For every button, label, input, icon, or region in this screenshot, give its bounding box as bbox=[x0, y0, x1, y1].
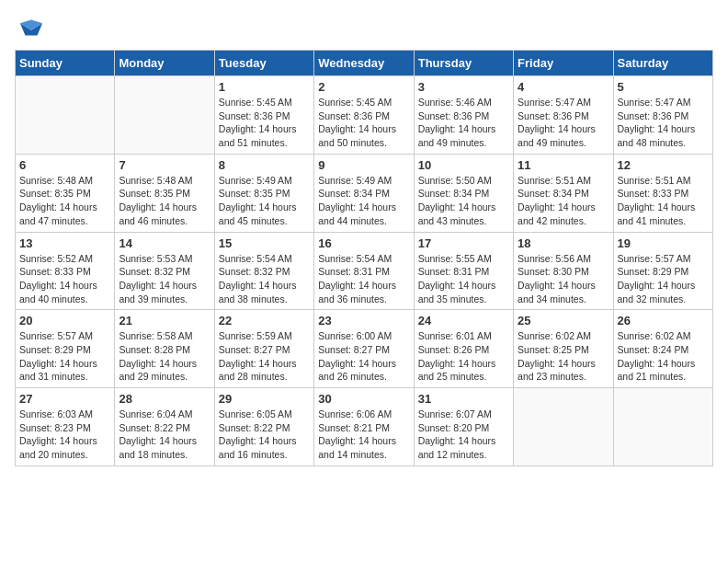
calendar-cell: 16Sunrise: 5:54 AM Sunset: 8:31 PM Dayli… bbox=[314, 232, 414, 310]
day-number: 21 bbox=[119, 314, 210, 327]
day-number: 22 bbox=[219, 314, 310, 327]
calendar-week-row: 1Sunrise: 5:45 AM Sunset: 8:36 PM Daylig… bbox=[16, 76, 713, 155]
calendar-cell bbox=[16, 76, 115, 155]
weekday-header: Monday bbox=[115, 51, 214, 76]
weekday-header: Saturday bbox=[613, 51, 712, 76]
day-number: 26 bbox=[618, 314, 709, 327]
calendar-cell: 7Sunrise: 5:48 AM Sunset: 8:35 PM Daylig… bbox=[115, 154, 214, 232]
day-info: Sunrise: 5:54 AM Sunset: 8:32 PM Dayligh… bbox=[219, 252, 310, 306]
calendar-cell: 14Sunrise: 5:53 AM Sunset: 8:32 PM Dayli… bbox=[115, 232, 214, 310]
day-info: Sunrise: 6:01 AM Sunset: 8:26 PM Dayligh… bbox=[418, 329, 509, 384]
day-info: Sunrise: 5:54 AM Sunset: 8:31 PM Dayligh… bbox=[318, 252, 409, 306]
day-number: 3 bbox=[418, 80, 509, 94]
weekday-header: Sunday bbox=[16, 51, 115, 76]
day-info: Sunrise: 5:47 AM Sunset: 8:36 PM Dayligh… bbox=[518, 96, 609, 150]
calendar-cell: 29Sunrise: 6:05 AM Sunset: 8:22 PM Dayli… bbox=[214, 388, 313, 466]
logo bbox=[15, 15, 44, 40]
day-info: Sunrise: 6:02 AM Sunset: 8:25 PM Dayligh… bbox=[518, 329, 609, 384]
day-info: Sunrise: 5:50 AM Sunset: 8:34 PM Dayligh… bbox=[418, 174, 509, 228]
day-info: Sunrise: 6:00 AM Sunset: 8:27 PM Dayligh… bbox=[318, 329, 409, 384]
day-info: Sunrise: 5:51 AM Sunset: 8:34 PM Dayligh… bbox=[518, 174, 609, 228]
calendar-cell bbox=[514, 388, 613, 466]
day-number: 12 bbox=[618, 158, 709, 172]
day-number: 23 bbox=[318, 314, 409, 327]
calendar-cell: 26Sunrise: 6:02 AM Sunset: 8:24 PM Dayli… bbox=[613, 310, 712, 388]
weekday-header: Tuesday bbox=[214, 51, 313, 76]
page-header bbox=[15, 15, 713, 40]
calendar-table: SundayMondayTuesdayWednesdayThursdayFrid… bbox=[15, 50, 713, 466]
calendar-cell: 19Sunrise: 5:57 AM Sunset: 8:29 PM Dayli… bbox=[613, 232, 712, 310]
day-info: Sunrise: 6:05 AM Sunset: 8:22 PM Dayligh… bbox=[219, 408, 310, 462]
calendar-cell: 2Sunrise: 5:45 AM Sunset: 8:36 PM Daylig… bbox=[314, 76, 414, 155]
day-info: Sunrise: 5:48 AM Sunset: 8:35 PM Dayligh… bbox=[119, 174, 210, 228]
day-number: 7 bbox=[119, 158, 210, 172]
day-number: 5 bbox=[618, 80, 709, 94]
day-number: 9 bbox=[318, 158, 409, 172]
day-number: 14 bbox=[119, 236, 210, 250]
day-number: 30 bbox=[318, 392, 409, 406]
weekday-header: Thursday bbox=[414, 51, 513, 76]
day-number: 13 bbox=[19, 236, 110, 250]
calendar-cell: 24Sunrise: 6:01 AM Sunset: 8:26 PM Dayli… bbox=[414, 310, 513, 388]
calendar-cell: 13Sunrise: 5:52 AM Sunset: 8:33 PM Dayli… bbox=[16, 232, 115, 310]
calendar-week-row: 27Sunrise: 6:03 AM Sunset: 8:23 PM Dayli… bbox=[16, 388, 713, 466]
calendar-cell: 12Sunrise: 5:51 AM Sunset: 8:33 PM Dayli… bbox=[613, 154, 712, 232]
day-number: 24 bbox=[418, 314, 509, 327]
day-info: Sunrise: 5:48 AM Sunset: 8:35 PM Dayligh… bbox=[19, 174, 110, 228]
calendar-cell: 18Sunrise: 5:56 AM Sunset: 8:30 PM Dayli… bbox=[514, 232, 613, 310]
calendar-cell: 28Sunrise: 6:04 AM Sunset: 8:22 PM Dayli… bbox=[115, 388, 214, 466]
day-number: 19 bbox=[618, 236, 709, 250]
day-info: Sunrise: 5:53 AM Sunset: 8:32 PM Dayligh… bbox=[119, 252, 210, 306]
day-number: 11 bbox=[518, 158, 609, 172]
day-info: Sunrise: 5:59 AM Sunset: 8:27 PM Dayligh… bbox=[219, 329, 310, 384]
day-number: 20 bbox=[19, 314, 110, 327]
calendar-cell: 4Sunrise: 5:47 AM Sunset: 8:36 PM Daylig… bbox=[514, 76, 613, 155]
day-info: Sunrise: 5:57 AM Sunset: 8:29 PM Dayligh… bbox=[618, 252, 709, 306]
calendar-cell: 3Sunrise: 5:46 AM Sunset: 8:36 PM Daylig… bbox=[414, 76, 513, 155]
calendar-cell: 10Sunrise: 5:50 AM Sunset: 8:34 PM Dayli… bbox=[414, 154, 513, 232]
calendar-cell: 21Sunrise: 5:58 AM Sunset: 8:28 PM Dayli… bbox=[115, 310, 214, 388]
calendar-cell: 15Sunrise: 5:54 AM Sunset: 8:32 PM Dayli… bbox=[214, 232, 313, 310]
calendar-cell: 6Sunrise: 5:48 AM Sunset: 8:35 PM Daylig… bbox=[16, 154, 115, 232]
calendar-week-row: 20Sunrise: 5:57 AM Sunset: 8:29 PM Dayli… bbox=[16, 310, 713, 388]
calendar-cell bbox=[115, 76, 214, 155]
day-info: Sunrise: 5:55 AM Sunset: 8:31 PM Dayligh… bbox=[418, 252, 509, 306]
day-info: Sunrise: 5:58 AM Sunset: 8:28 PM Dayligh… bbox=[119, 329, 210, 384]
calendar-cell: 30Sunrise: 6:06 AM Sunset: 8:21 PM Dayli… bbox=[314, 388, 414, 466]
day-number: 1 bbox=[219, 80, 310, 94]
day-number: 15 bbox=[219, 236, 310, 250]
day-info: Sunrise: 5:49 AM Sunset: 8:34 PM Dayligh… bbox=[318, 174, 409, 228]
day-number: 28 bbox=[119, 392, 210, 406]
day-info: Sunrise: 5:52 AM Sunset: 8:33 PM Dayligh… bbox=[19, 252, 110, 306]
calendar-week-row: 6Sunrise: 5:48 AM Sunset: 8:35 PM Daylig… bbox=[16, 154, 713, 232]
day-info: Sunrise: 5:57 AM Sunset: 8:29 PM Dayligh… bbox=[19, 329, 110, 384]
calendar-cell: 22Sunrise: 5:59 AM Sunset: 8:27 PM Dayli… bbox=[214, 310, 313, 388]
day-info: Sunrise: 6:07 AM Sunset: 8:20 PM Dayligh… bbox=[418, 408, 509, 462]
day-info: Sunrise: 5:49 AM Sunset: 8:35 PM Dayligh… bbox=[219, 174, 310, 228]
calendar-cell: 11Sunrise: 5:51 AM Sunset: 8:34 PM Dayli… bbox=[514, 154, 613, 232]
day-number: 17 bbox=[418, 236, 509, 250]
day-info: Sunrise: 5:45 AM Sunset: 8:36 PM Dayligh… bbox=[318, 96, 409, 150]
calendar-cell: 8Sunrise: 5:49 AM Sunset: 8:35 PM Daylig… bbox=[214, 154, 313, 232]
calendar-week-row: 13Sunrise: 5:52 AM Sunset: 8:33 PM Dayli… bbox=[16, 232, 713, 310]
day-number: 16 bbox=[318, 236, 409, 250]
day-number: 2 bbox=[318, 80, 409, 94]
day-info: Sunrise: 5:51 AM Sunset: 8:33 PM Dayligh… bbox=[618, 174, 709, 228]
calendar-cell: 5Sunrise: 5:47 AM Sunset: 8:36 PM Daylig… bbox=[613, 76, 712, 155]
day-number: 8 bbox=[219, 158, 310, 172]
day-info: Sunrise: 6:02 AM Sunset: 8:24 PM Dayligh… bbox=[618, 329, 709, 384]
day-number: 29 bbox=[219, 392, 310, 406]
calendar-cell: 1Sunrise: 5:45 AM Sunset: 8:36 PM Daylig… bbox=[214, 76, 313, 155]
day-info: Sunrise: 6:06 AM Sunset: 8:21 PM Dayligh… bbox=[318, 408, 409, 462]
calendar-header-row: SundayMondayTuesdayWednesdayThursdayFrid… bbox=[16, 51, 713, 76]
day-number: 18 bbox=[518, 236, 609, 250]
day-info: Sunrise: 5:45 AM Sunset: 8:36 PM Dayligh… bbox=[219, 96, 310, 150]
day-number: 25 bbox=[518, 314, 609, 327]
calendar-cell: 23Sunrise: 6:00 AM Sunset: 8:27 PM Dayli… bbox=[314, 310, 414, 388]
calendar-cell: 9Sunrise: 5:49 AM Sunset: 8:34 PM Daylig… bbox=[314, 154, 414, 232]
calendar-cell: 31Sunrise: 6:07 AM Sunset: 8:20 PM Dayli… bbox=[414, 388, 513, 466]
calendar-cell bbox=[613, 388, 712, 466]
day-number: 6 bbox=[19, 158, 110, 172]
day-info: Sunrise: 6:03 AM Sunset: 8:23 PM Dayligh… bbox=[19, 408, 110, 462]
day-info: Sunrise: 6:04 AM Sunset: 8:22 PM Dayligh… bbox=[119, 408, 210, 462]
